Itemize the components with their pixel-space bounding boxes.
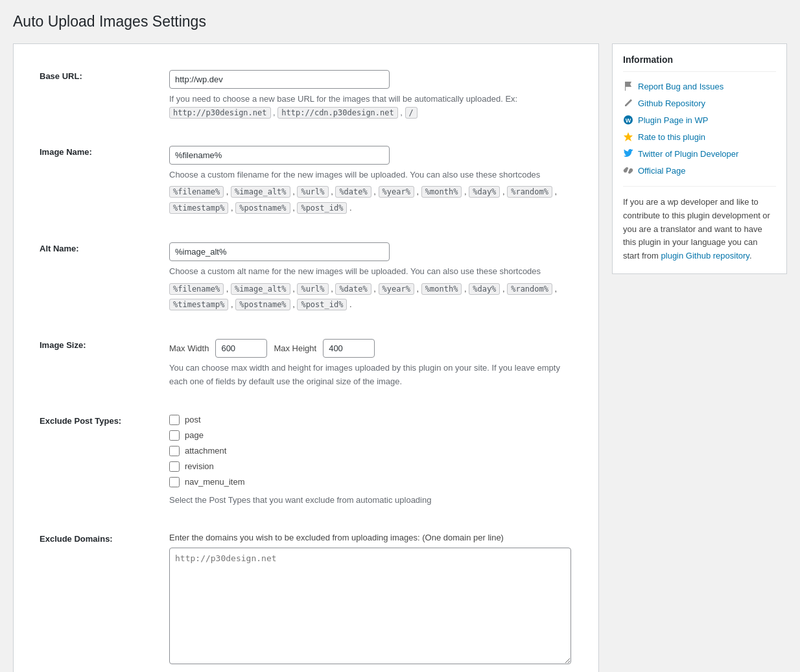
layout: Base URL: If you need to choose a new ba… (13, 43, 787, 672)
base-url-example-2: http://cdn.p30design.net (277, 107, 397, 119)
checkbox-attachment-label: attachment (185, 446, 226, 456)
sidebar-repo-link[interactable]: plugin Github repository (661, 251, 749, 261)
shortcode-year: %year% (379, 186, 414, 198)
checkbox-post[interactable]: post (169, 415, 572, 425)
shortcode-postname: %postname% (235, 202, 290, 214)
base-url-example-3: / (405, 107, 418, 119)
checkbox-revision-input[interactable] (169, 461, 180, 472)
alt-shortcode-postname: %postname% (235, 299, 290, 310)
max-height-label: Max Height (274, 343, 316, 353)
checkbox-page-input[interactable] (169, 430, 180, 441)
alt-name-label: Alt Name: (40, 244, 79, 253)
exclude-domains-textarea[interactable] (169, 548, 571, 664)
alt-shortcode-filename: %filename% (169, 283, 224, 295)
shortcode-post-id: %post_id% (297, 202, 347, 214)
max-height-input[interactable] (323, 339, 375, 358)
svg-marker-2 (624, 132, 633, 141)
sidebar-links: Report Bug and Issues Github Repository … (623, 81, 776, 176)
alt-shortcode-day: %day% (469, 283, 500, 295)
checkbox-attachment-input[interactable] (169, 446, 180, 456)
sidebar-link-rate: Rate to this plugin (623, 132, 776, 142)
shortcode-image-alt: %image_alt% (231, 186, 290, 198)
twitter-link[interactable]: Twitter of Plugin Developer (638, 149, 738, 159)
image-size-label: Image Size: (40, 340, 86, 350)
alt-shortcode-random: %random% (507, 283, 552, 295)
star-icon (623, 132, 633, 142)
base-url-desc: If you need to choose a new base URL for… (169, 93, 572, 120)
shortcode-url: %url% (297, 186, 328, 198)
github-repo-link[interactable]: Github Repository (638, 98, 705, 108)
checkbox-post-label: post (185, 415, 201, 424)
flag-icon (623, 81, 633, 91)
sidebar-description: If you are a wp developer and like to co… (623, 186, 776, 263)
exclude-post-types-desc: Select the Post Types that you want excl… (169, 494, 572, 507)
alt-name-desc: Choose a custom alt name for the new ima… (169, 265, 572, 279)
checkbox-revision-label: revision (185, 461, 214, 471)
base-url-example-1: http://p30design.net (169, 107, 271, 119)
shortcode-random: %random% (507, 186, 552, 198)
alt-shortcode-month: %month% (421, 283, 462, 295)
sidebar-heading: Information (623, 54, 776, 72)
page-title: Auto Upload Images Settings (13, 13, 787, 30)
wp-icon: W (623, 115, 633, 125)
report-bug-link[interactable]: Report Bug and Issues (638, 82, 724, 91)
image-size-desc: You can choose max width and height for … (169, 362, 572, 389)
base-url-input[interactable] (169, 70, 390, 89)
checkbox-revision[interactable]: revision (169, 461, 572, 472)
sidebar-link-official: Official Page (623, 165, 776, 176)
image-size-row: Image Size: Max Width Max Height You can… (33, 326, 579, 402)
svg-text:W: W (626, 117, 631, 124)
exclude-domains-label: Exclude Domains: (40, 534, 113, 544)
checkbox-nav-menu-item[interactable]: nav_menu_item (169, 477, 572, 487)
checkbox-nav-menu-item-input[interactable] (169, 477, 180, 487)
checkbox-page[interactable]: page (169, 430, 572, 441)
image-name-row: Image Name: Choose a custom filename for… (33, 133, 579, 229)
post-type-checkboxes: post page attachment (169, 415, 572, 487)
alt-name-input[interactable] (169, 242, 390, 261)
base-url-label: Base URL: (40, 71, 82, 81)
image-name-input[interactable] (169, 146, 390, 165)
max-width-label: Max Width (169, 343, 209, 353)
shortcode-month: %month% (421, 186, 462, 198)
sidebar-link-report: Report Bug and Issues (623, 81, 776, 91)
alt-shortcode-year: %year% (379, 283, 414, 295)
alt-name-row: Alt Name: Choose a custom alt name for t… (33, 229, 579, 326)
alt-shortcode-url: %url% (297, 283, 328, 295)
size-row: Max Width Max Height (169, 339, 572, 358)
shortcode-timestamp: %timestamp% (169, 202, 228, 214)
sidebar: Information Report Bug and Issues Github… (612, 43, 787, 274)
shortcode-date: %date% (335, 186, 371, 198)
checkbox-attachment[interactable]: attachment (169, 446, 572, 456)
checkbox-post-input[interactable] (169, 415, 180, 425)
rate-plugin-link[interactable]: Rate to this plugin (638, 132, 705, 142)
sidebar-link-github: Github Repository (623, 98, 776, 108)
checkbox-page-label: page (185, 430, 204, 440)
official-page-link[interactable]: Official Page (638, 166, 685, 176)
alt-shortcode-timestamp: %timestamp% (169, 299, 228, 310)
exclude-domains-top-label: Enter the domains you wish to be exclude… (169, 533, 572, 542)
base-url-row: Base URL: If you need to choose a new ba… (33, 57, 579, 133)
edit-icon (623, 98, 633, 108)
image-name-label: Image Name: (40, 147, 92, 157)
alt-shortcode-date: %date% (335, 283, 371, 295)
main-panel: Base URL: If you need to choose a new ba… (13, 43, 599, 672)
image-name-desc: Choose a custom filename for the new ima… (169, 168, 572, 182)
plugin-page-link[interactable]: Plugin Page in WP (638, 115, 708, 125)
settings-form: Base URL: If you need to choose a new ba… (33, 57, 579, 672)
max-width-input[interactable] (215, 339, 267, 358)
sidebar-box: Information Report Bug and Issues Github… (612, 43, 787, 274)
sidebar-link-wp: W Plugin Page in WP (623, 115, 776, 125)
exclude-post-types-row: Exclude Post Types: post page (33, 402, 579, 520)
alt-shortcode-post-id: %post_id% (297, 299, 347, 310)
exclude-post-types-label: Exclude Post Types: (40, 416, 121, 426)
exclude-domains-row: Exclude Domains: Enter the domains you w… (33, 520, 579, 672)
link-icon (623, 165, 633, 176)
sidebar-link-twitter: Twitter of Plugin Developer (623, 148, 776, 159)
checkbox-nav-menu-item-label: nav_menu_item (185, 477, 245, 487)
shortcode-filename: %filename% (169, 186, 224, 198)
twitter-icon (623, 148, 633, 159)
shortcode-day: %day% (469, 186, 500, 198)
alt-shortcode-image-alt: %image_alt% (231, 283, 290, 295)
